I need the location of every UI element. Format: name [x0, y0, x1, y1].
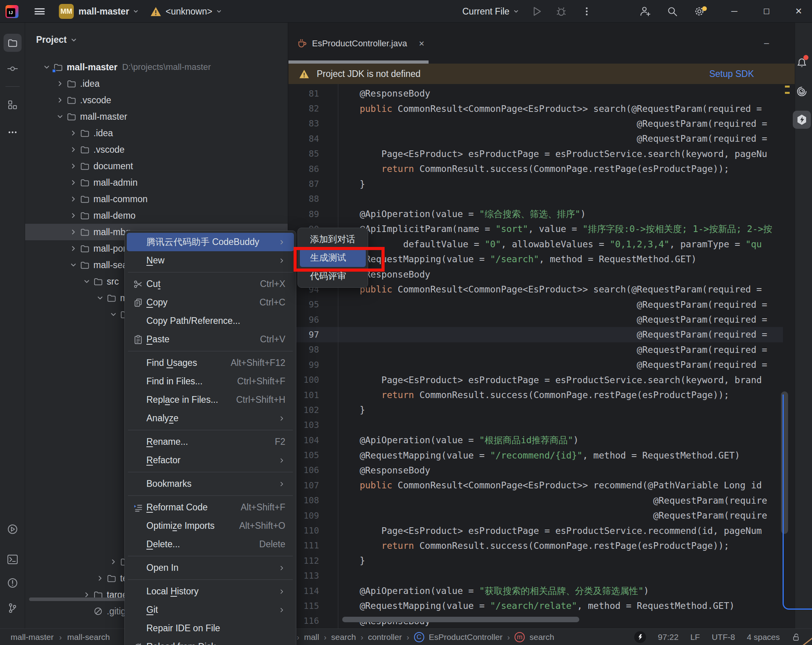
menu-item-bookmarks[interactable]: Bookmarks [127, 475, 294, 493]
breadcrumb-mall-master[interactable]: mall-master [11, 632, 54, 642]
tree-item-mall-demo[interactable]: mall-demo [25, 207, 288, 224]
chevron-right-icon[interactable] [108, 558, 119, 566]
line-ending[interactable]: LF [690, 632, 700, 642]
tree-item-mall-master[interactable]: mall-masterD:\projects\mall-master [25, 59, 288, 75]
line-number[interactable]: 83 [288, 119, 338, 128]
chevron-down-icon[interactable] [54, 113, 66, 121]
menu-item-refactor[interactable]: Refactor [127, 451, 294, 470]
run-configuration-selector[interactable]: Current File [462, 0, 519, 23]
tree-item--idea[interactable]: .idea [25, 75, 288, 92]
run-tool-icon[interactable] [4, 520, 22, 538]
project-avatar[interactable]: MM [59, 4, 74, 19]
commit-tool-icon[interactable] [4, 60, 22, 78]
chevron-right-icon[interactable] [68, 146, 79, 153]
more-actions-icon[interactable] [581, 5, 593, 17]
notifications-bell-icon[interactable] [793, 54, 811, 72]
codebuddy-icon[interactable] [793, 111, 811, 129]
indent-setting[interactable]: 4 spaces [747, 632, 780, 642]
chevron-right-icon[interactable] [68, 162, 79, 170]
minimize-button[interactable]: ─ [725, 0, 743, 23]
setup-sdk-link[interactable]: Setup SDK [709, 69, 754, 79]
file-encoding[interactable]: UTF-8 [712, 632, 735, 642]
menu-item-local-history[interactable]: Local History [127, 582, 294, 601]
chevron-right-icon[interactable] [68, 245, 79, 252]
line-number[interactable]: 89 [288, 209, 338, 219]
menu-item-find-usages[interactable]: Find UsagesAlt+Shift+F12 [127, 354, 294, 372]
menu-item-replace-in-files-[interactable]: Replace in Files...Ctrl+Shift+H [127, 391, 294, 409]
menu-item-git[interactable]: Git [127, 601, 294, 619]
line-number[interactable]: 84 [288, 134, 338, 144]
status-breadcrumb-right[interactable]: ›mall›search›controller›CEsProductContro… [297, 629, 554, 645]
chevron-right-icon[interactable] [54, 96, 66, 104]
codebuddy-status-icon[interactable] [634, 631, 646, 643]
menu-item-delete-[interactable]: Delete...Delete [127, 535, 294, 554]
profile-selector[interactable]: <unknown> [150, 0, 222, 23]
more-tools-icon[interactable] [4, 123, 22, 141]
menu-item-paste[interactable]: PasteCtrl+V [127, 330, 294, 349]
menu-item-analyze[interactable]: Analyze [127, 409, 294, 428]
run-icon[interactable] [531, 5, 542, 17]
chevron-down-icon[interactable] [108, 311, 119, 318]
main-menu-icon[interactable] [35, 0, 45, 23]
line-number[interactable]: 88 [288, 194, 338, 204]
breadcrumb-search[interactable]: search [529, 632, 554, 642]
hide-panel-icon[interactable]: − [761, 38, 772, 48]
chevron-down-icon[interactable] [94, 294, 106, 302]
chevron-right-icon[interactable] [68, 228, 79, 236]
breadcrumb-search[interactable]: search [331, 632, 356, 642]
breadcrumb-esproductcontroller[interactable]: EsProductController [429, 632, 503, 642]
breadcrumb-mall-search[interactable]: mall-search [67, 632, 110, 642]
menu-item-cut[interactable]: CutCtrl+X [127, 275, 294, 293]
line-number[interactable]: 82 [288, 104, 338, 113]
structure-tool-icon[interactable] [4, 96, 22, 114]
project-tool-icon[interactable] [4, 34, 22, 52]
add-user-icon[interactable] [639, 5, 651, 17]
menu-item-open-in[interactable]: Open In [127, 559, 294, 577]
lock-icon[interactable] [792, 632, 801, 642]
chevron-down-icon[interactable] [81, 278, 93, 285]
maximize-button[interactable]: ☐ [757, 0, 776, 23]
git-tool-icon[interactable] [4, 599, 22, 617]
chevron-down-icon[interactable] [41, 63, 53, 71]
caret-position[interactable]: 97:22 [658, 632, 679, 642]
close-button[interactable]: ✕ [790, 0, 808, 23]
project-selector[interactable]: mall-master [78, 0, 139, 23]
menu-item-copy-path-reference-[interactable]: Copy Path/Reference... [127, 312, 294, 330]
tree-item--idea[interactable]: .idea [25, 125, 288, 141]
menu-item-copy[interactable]: CopyCtrl+C [127, 293, 294, 312]
menu-item-reload-from-disk[interactable]: Reload from Disk [127, 638, 294, 645]
ai-assistant-icon[interactable] [793, 82, 811, 100]
tree-item--vscode[interactable]: .vscode [25, 92, 288, 108]
tab-esproductcontroller[interactable]: EsProductController.java × [288, 27, 424, 60]
tree-item--vscode[interactable]: .vscode [25, 141, 288, 158]
problems-tool-icon[interactable] [4, 574, 22, 592]
code-editor[interactable]: 81 @ResponseBody82 public CommonResult<C… [288, 84, 783, 629]
chevron-right-icon[interactable] [68, 212, 79, 219]
menu-item-rename-[interactable]: Rename...F2 [127, 433, 294, 451]
chevron-right-icon[interactable] [68, 179, 79, 186]
menu-item-new[interactable]: New [127, 251, 294, 270]
editor-horizontal-scrollbar[interactable] [342, 617, 579, 622]
breadcrumb-controller[interactable]: controller [368, 632, 402, 642]
chevron-right-icon[interactable] [68, 129, 79, 137]
menu-item-optimize-imports[interactable]: Optimize ImportsAlt+Shift+O [127, 517, 294, 535]
submenu-item-添加到对话[interactable]: 添加到对话 [300, 230, 366, 248]
menu-item-reformat-code[interactable]: Reformat CodeAlt+Shift+F [127, 498, 294, 517]
menu-item-腾讯云代码助手-codebuddy[interactable]: 腾讯云代码助手 CodeBuddy [127, 233, 294, 251]
terminal-tool-icon[interactable] [4, 550, 22, 568]
menu-item-repair-ide-on-file[interactable]: Repair IDE on File [127, 619, 294, 638]
search-icon[interactable] [666, 5, 678, 17]
chevron-right-icon[interactable] [54, 80, 66, 88]
chevron-right-icon[interactable] [68, 195, 79, 203]
tree-item-document[interactable]: document [25, 158, 288, 174]
line-number[interactable]: 87 [288, 179, 338, 189]
tree-item-mall-common[interactable]: mall-common [25, 191, 288, 207]
line-number[interactable]: 85 [288, 149, 338, 159]
menu-item-find-in-files-[interactable]: Find in Files...Ctrl+Shift+F [127, 372, 294, 391]
line-number[interactable]: 86 [288, 164, 338, 174]
breadcrumb-mall[interactable]: mall [304, 632, 319, 642]
tab-close-icon[interactable]: × [419, 38, 424, 49]
line-number[interactable]: 81 [288, 89, 338, 99]
chevron-right-icon[interactable] [94, 574, 106, 582]
debug-icon[interactable] [555, 5, 567, 17]
